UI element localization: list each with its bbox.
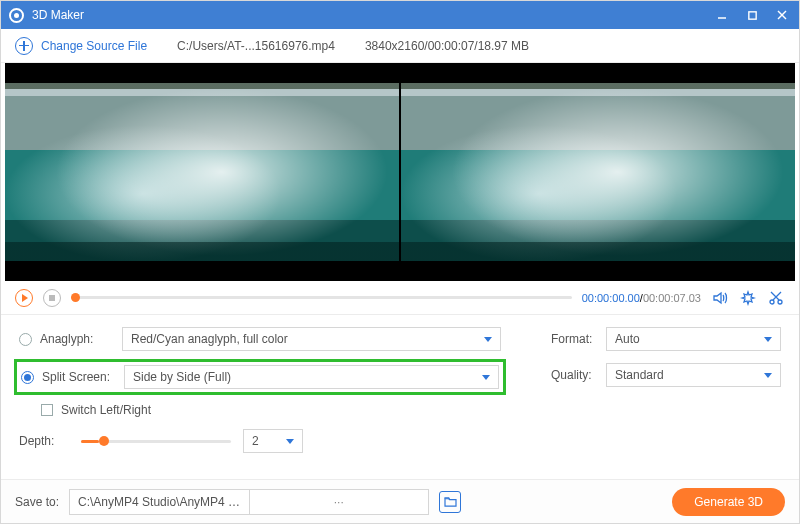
anaglyph-row: Anaglyph: Red/Cyan anaglyph, full color: [19, 327, 501, 351]
anaglyph-select[interactable]: Red/Cyan anaglyph, full color: [122, 327, 501, 351]
svg-point-4: [770, 300, 774, 304]
seek-handle[interactable]: [71, 293, 80, 302]
cut-icon[interactable]: [767, 289, 785, 307]
time-display: 00:00:00.00/00:00:07.03: [582, 292, 701, 304]
source-file-path: C:/Users/AT-...15616976.mp4: [177, 39, 335, 53]
anaglyph-label: Anaglyph:: [40, 332, 122, 346]
format-value: Auto: [615, 332, 640, 346]
browse-button[interactable]: ···: [249, 489, 429, 515]
seek-bar[interactable]: [71, 296, 572, 299]
app-title: 3D Maker: [32, 8, 701, 22]
svg-rect-1: [748, 11, 755, 18]
chevron-down-icon: [286, 439, 294, 444]
chevron-down-icon: [764, 337, 772, 342]
maximize-icon[interactable]: [743, 6, 761, 24]
split-screen-select[interactable]: Side by Side (Full): [124, 365, 499, 389]
depth-label: Depth:: [19, 434, 69, 448]
generate-3d-button[interactable]: Generate 3D: [672, 488, 785, 516]
switch-lr-row: Switch Left/Right: [19, 403, 501, 417]
title-bar: 3D Maker: [1, 1, 799, 29]
switch-lr-checkbox[interactable]: [41, 404, 53, 416]
toolbar: Change Source File C:/Users/AT-...156169…: [1, 29, 799, 63]
app-window: 3D Maker Change Source File C:/Users/AT-…: [0, 0, 800, 524]
minimize-icon[interactable]: [713, 6, 731, 24]
source-file-meta: 3840x2160/00:00:07/18.97 MB: [365, 39, 529, 53]
format-select[interactable]: Auto: [606, 327, 781, 351]
quality-select[interactable]: Standard: [606, 363, 781, 387]
time-duration: 00:00:07.03: [643, 292, 701, 304]
play-button[interactable]: [15, 289, 33, 307]
generate-3d-label: Generate 3D: [694, 495, 763, 509]
split-screen-label: Split Screen:: [42, 370, 124, 384]
split-screen-row: Split Screen: Side by Side (Full): [21, 365, 499, 389]
depth-select[interactable]: 2: [243, 429, 303, 453]
depth-slider[interactable]: [81, 440, 231, 443]
options-left: Anaglyph: Red/Cyan anaglyph, full color …: [19, 327, 501, 467]
bottom-bar: Save to: C:\AnyMP4 Studio\AnyMP4 Vi...on…: [1, 479, 799, 523]
split-screen-radio[interactable]: [21, 371, 34, 384]
depth-slider-handle[interactable]: [99, 436, 109, 446]
time-current: 00:00:00.00: [582, 292, 640, 304]
stop-button[interactable]: [43, 289, 61, 307]
depth-row: Depth: 2: [19, 429, 501, 453]
change-source-button[interactable]: Change Source File: [15, 37, 147, 55]
switch-lr-label: Switch Left/Right: [61, 403, 151, 417]
volume-icon[interactable]: [711, 289, 729, 307]
quality-value: Standard: [615, 368, 664, 382]
anaglyph-value: Red/Cyan anaglyph, full color: [131, 332, 288, 346]
save-path-box: C:\AnyMP4 Studio\AnyMP4 Vi...onverter Ul…: [69, 489, 429, 515]
save-path: C:\AnyMP4 Studio\AnyMP4 Vi...onverter Ul…: [70, 495, 249, 509]
open-folder-button[interactable]: [439, 491, 461, 513]
chevron-down-icon: [764, 373, 772, 378]
plus-icon: [15, 37, 33, 55]
preview-area: [5, 63, 795, 281]
options-right: Format: Auto Quality: Standard: [551, 327, 781, 467]
depth-value: 2: [252, 434, 259, 448]
format-label: Format:: [551, 332, 606, 346]
quality-label: Quality:: [551, 368, 606, 382]
format-row: Format: Auto: [551, 327, 781, 351]
snapshot-icon[interactable]: [739, 289, 757, 307]
quality-row: Quality: Standard: [551, 363, 781, 387]
chevron-down-icon: [484, 337, 492, 342]
app-icon: [9, 8, 24, 23]
preview-left: [5, 63, 399, 281]
change-source-label: Change Source File: [41, 39, 147, 53]
player-controls: 00:00:00.00/00:00:07.03: [1, 281, 799, 315]
preview-right: [401, 63, 795, 281]
close-icon[interactable]: [773, 6, 791, 24]
anaglyph-radio[interactable]: [19, 333, 32, 346]
options-panel: Anaglyph: Red/Cyan anaglyph, full color …: [1, 315, 799, 479]
chevron-down-icon: [482, 375, 490, 380]
svg-point-5: [778, 300, 782, 304]
save-to-label: Save to:: [15, 495, 59, 509]
split-screen-value: Side by Side (Full): [133, 370, 231, 384]
split-screen-highlight: Split Screen: Side by Side (Full): [14, 359, 506, 395]
